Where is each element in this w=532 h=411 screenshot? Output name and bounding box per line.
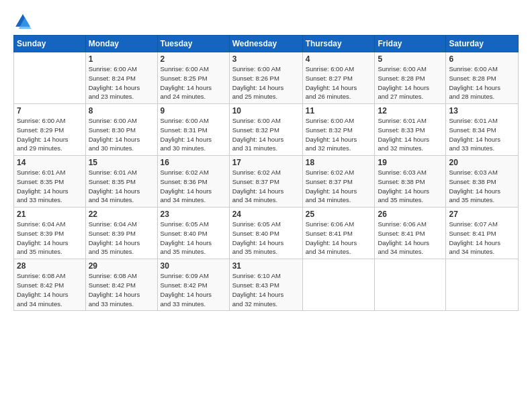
calendar-day-cell: 6Sunrise: 6:00 AMSunset: 8:28 PMDaylight… — [446, 52, 519, 104]
weekday-header-thursday: Thursday — [302, 36, 375, 52]
calendar-day-cell: 25Sunrise: 6:06 AMSunset: 8:41 PMDayligh… — [302, 208, 375, 259]
calendar-day-cell: 16Sunrise: 6:02 AMSunset: 8:36 PMDayligh… — [157, 156, 229, 208]
calendar-week-row: 14Sunrise: 6:01 AMSunset: 8:35 PMDayligh… — [14, 156, 519, 208]
day-info: Sunrise: 6:09 AMSunset: 8:42 PMDaylight:… — [161, 271, 226, 308]
calendar-day-cell: 11Sunrise: 6:00 AMSunset: 8:32 PMDayligh… — [302, 104, 375, 156]
day-info: Sunrise: 6:10 AMSunset: 8:43 PMDaylight:… — [232, 271, 300, 308]
day-info: Sunrise: 6:00 AMSunset: 8:29 PMDaylight:… — [17, 116, 83, 153]
calendar-day-cell: 8Sunrise: 6:00 AMSunset: 8:30 PMDaylight… — [85, 104, 157, 156]
day-number: 24 — [232, 210, 300, 219]
calendar-day-cell: 28Sunrise: 6:08 AMSunset: 8:42 PMDayligh… — [14, 259, 86, 311]
day-number: 15 — [89, 158, 154, 167]
calendar-day-cell: 29Sunrise: 6:08 AMSunset: 8:42 PMDayligh… — [85, 259, 157, 311]
day-number: 30 — [161, 261, 226, 271]
day-info: Sunrise: 6:03 AMSunset: 8:38 PMDaylight:… — [378, 168, 443, 205]
calendar-day-cell: 13Sunrise: 6:01 AMSunset: 8:34 PMDayligh… — [446, 104, 519, 156]
day-number: 12 — [378, 106, 443, 116]
calendar-week-row: 28Sunrise: 6:08 AMSunset: 8:42 PMDayligh… — [14, 259, 519, 311]
calendar-day-cell: 24Sunrise: 6:05 AMSunset: 8:40 PMDayligh… — [229, 208, 302, 259]
day-info: Sunrise: 6:00 AMSunset: 8:26 PMDaylight:… — [232, 64, 300, 101]
day-info: Sunrise: 6:00 AMSunset: 8:28 PMDaylight:… — [449, 64, 515, 101]
weekday-header-saturday: Saturday — [446, 36, 519, 52]
day-info: Sunrise: 6:04 AMSunset: 8:39 PMDaylight:… — [17, 220, 83, 257]
calendar-day-cell: 21Sunrise: 6:04 AMSunset: 8:39 PMDayligh… — [14, 208, 86, 259]
day-number: 14 — [17, 158, 83, 167]
calendar-day-cell: 12Sunrise: 6:01 AMSunset: 8:33 PMDayligh… — [375, 104, 446, 156]
day-info: Sunrise: 6:06 AMSunset: 8:41 PMDaylight:… — [306, 220, 372, 257]
day-number: 6 — [449, 54, 515, 64]
calendar-day-cell: 14Sunrise: 6:01 AMSunset: 8:35 PMDayligh… — [14, 156, 86, 208]
calendar-empty-cell — [14, 52, 86, 104]
calendar-day-cell: 27Sunrise: 6:07 AMSunset: 8:41 PMDayligh… — [446, 208, 519, 259]
calendar-day-cell: 31Sunrise: 6:10 AMSunset: 8:43 PMDayligh… — [229, 259, 302, 311]
calendar-day-cell: 20Sunrise: 6:03 AMSunset: 8:38 PMDayligh… — [446, 156, 519, 208]
day-number: 11 — [306, 106, 372, 116]
calendar-day-cell: 2Sunrise: 6:00 AMSunset: 8:25 PMDaylight… — [157, 52, 229, 104]
day-number: 8 — [89, 106, 154, 116]
day-number: 20 — [449, 158, 515, 167]
calendar-week-row: 7Sunrise: 6:00 AMSunset: 8:29 PMDaylight… — [14, 104, 519, 156]
calendar-day-cell: 23Sunrise: 6:05 AMSunset: 8:40 PMDayligh… — [157, 208, 229, 259]
day-info: Sunrise: 6:01 AMSunset: 8:35 PMDaylight:… — [89, 168, 154, 205]
logo-icon — [13, 12, 32, 31]
weekday-header-row: SundayMondayTuesdayWednesdayThursdayFrid… — [14, 36, 519, 52]
day-info: Sunrise: 6:00 AMSunset: 8:27 PMDaylight:… — [306, 64, 372, 101]
calendar-day-cell: 18Sunrise: 6:02 AMSunset: 8:37 PMDayligh… — [302, 156, 375, 208]
day-number: 26 — [378, 210, 443, 219]
day-info: Sunrise: 6:05 AMSunset: 8:40 PMDaylight:… — [161, 220, 226, 257]
day-number: 4 — [306, 54, 372, 64]
day-info: Sunrise: 6:06 AMSunset: 8:41 PMDaylight:… — [378, 220, 443, 257]
day-info: Sunrise: 6:00 AMSunset: 8:31 PMDaylight:… — [161, 116, 226, 153]
calendar-day-cell: 7Sunrise: 6:00 AMSunset: 8:29 PMDaylight… — [14, 104, 86, 156]
calendar-empty-cell — [302, 259, 375, 311]
day-number: 17 — [232, 158, 300, 167]
day-info: Sunrise: 6:00 AMSunset: 8:28 PMDaylight:… — [378, 64, 443, 101]
day-number: 3 — [232, 54, 300, 64]
day-info: Sunrise: 6:00 AMSunset: 8:32 PMDaylight:… — [232, 116, 300, 153]
calendar-day-cell: 10Sunrise: 6:00 AMSunset: 8:32 PMDayligh… — [229, 104, 302, 156]
day-number: 7 — [17, 106, 83, 116]
day-number: 10 — [232, 106, 300, 116]
calendar-day-cell: 4Sunrise: 6:00 AMSunset: 8:27 PMDaylight… — [302, 52, 375, 104]
calendar-day-cell: 3Sunrise: 6:00 AMSunset: 8:26 PMDaylight… — [229, 52, 302, 104]
day-info: Sunrise: 6:01 AMSunset: 8:34 PMDaylight:… — [449, 116, 515, 153]
day-info: Sunrise: 6:02 AMSunset: 8:37 PMDaylight:… — [306, 168, 372, 205]
day-info: Sunrise: 6:03 AMSunset: 8:38 PMDaylight:… — [449, 168, 515, 205]
day-number: 22 — [89, 210, 154, 219]
day-number: 9 — [161, 106, 226, 116]
calendar-day-cell: 19Sunrise: 6:03 AMSunset: 8:38 PMDayligh… — [375, 156, 446, 208]
day-number: 16 — [161, 158, 226, 167]
day-number: 29 — [89, 261, 154, 271]
day-number: 25 — [306, 210, 372, 219]
day-number: 31 — [232, 261, 300, 271]
calendar-empty-cell — [375, 259, 446, 311]
calendar-table: SundayMondayTuesdayWednesdayThursdayFrid… — [13, 35, 519, 311]
day-info: Sunrise: 6:00 AMSunset: 8:25 PMDaylight:… — [161, 64, 226, 101]
day-info: Sunrise: 6:02 AMSunset: 8:37 PMDaylight:… — [232, 168, 300, 205]
day-info: Sunrise: 6:05 AMSunset: 8:40 PMDaylight:… — [232, 220, 300, 257]
calendar-week-row: 21Sunrise: 6:04 AMSunset: 8:39 PMDayligh… — [14, 208, 519, 259]
day-number: 28 — [17, 261, 83, 271]
day-info: Sunrise: 6:01 AMSunset: 8:33 PMDaylight:… — [378, 116, 443, 153]
weekday-header-sunday: Sunday — [14, 36, 86, 52]
calendar-week-row: 1Sunrise: 6:00 AMSunset: 8:24 PMDaylight… — [14, 52, 519, 104]
day-info: Sunrise: 6:02 AMSunset: 8:36 PMDaylight:… — [161, 168, 226, 205]
calendar-day-cell: 1Sunrise: 6:00 AMSunset: 8:24 PMDaylight… — [85, 52, 157, 104]
day-number: 19 — [378, 158, 443, 167]
day-number: 27 — [449, 210, 515, 219]
day-info: Sunrise: 6:00 AMSunset: 8:32 PMDaylight:… — [306, 116, 372, 153]
header — [13, 12, 519, 31]
calendar-day-cell: 26Sunrise: 6:06 AMSunset: 8:41 PMDayligh… — [375, 208, 446, 259]
calendar-day-cell: 30Sunrise: 6:09 AMSunset: 8:42 PMDayligh… — [157, 259, 229, 311]
day-info: Sunrise: 6:07 AMSunset: 8:41 PMDaylight:… — [449, 220, 515, 257]
weekday-header-monday: Monday — [85, 36, 157, 52]
weekday-header-friday: Friday — [375, 36, 446, 52]
day-number: 18 — [306, 158, 372, 167]
day-number: 21 — [17, 210, 83, 219]
day-number: 23 — [161, 210, 226, 219]
day-number: 2 — [161, 54, 226, 64]
weekday-header-tuesday: Tuesday — [157, 36, 229, 52]
weekday-header-wednesday: Wednesday — [229, 36, 302, 52]
day-info: Sunrise: 6:04 AMSunset: 8:39 PMDaylight:… — [89, 220, 154, 257]
day-info: Sunrise: 6:00 AMSunset: 8:24 PMDaylight:… — [89, 64, 154, 101]
